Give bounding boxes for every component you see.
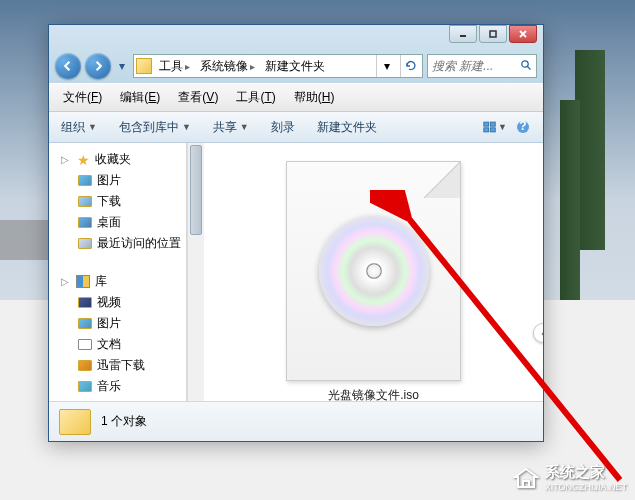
sidebar-item-pictures-lib[interactable]: 图片 (49, 313, 186, 334)
svg-point-4 (522, 60, 528, 66)
back-button[interactable] (55, 53, 81, 79)
sidebar-item-pictures[interactable]: 图片 (49, 170, 186, 191)
sidebar-libraries[interactable]: ▷库 (49, 271, 186, 292)
svg-rect-9 (490, 128, 495, 132)
disc-icon (319, 216, 429, 326)
close-button[interactable] (509, 25, 537, 43)
breadcrumb-item[interactable]: 工具▸ (156, 56, 193, 77)
watermark-url: XITONGZHIJIA.NET (545, 482, 627, 492)
new-folder-button[interactable]: 新建文件夹 (313, 117, 381, 138)
sidebar-item-desktop[interactable]: 桌面 (49, 212, 186, 233)
svg-text:?: ? (519, 120, 526, 133)
svg-rect-6 (484, 122, 489, 126)
iso-file-icon (286, 161, 461, 381)
nav-history-dropdown[interactable]: ▾ (115, 57, 129, 75)
svg-rect-8 (484, 128, 489, 132)
titlebar (55, 31, 537, 53)
preview-pane-toggle[interactable]: ‹ (533, 323, 543, 343)
folder-icon (59, 409, 91, 435)
explorer-window: ▾ 工具▸ 系统镜像▸ 新建文件夹 ▾ 文件(F) 编辑(E) 查看(V) 工具… (48, 24, 544, 442)
sidebar-item-thunder[interactable]: 迅雷下载 (49, 355, 186, 376)
organize-button[interactable]: 组织 ▼ (57, 117, 101, 138)
watermark: 系统之家 XITONGZHIJIA.NET (513, 463, 627, 492)
file-list: 光盘镜像文件.iso ‹ (204, 143, 543, 401)
sidebar-favorites[interactable]: ▷★收藏夹 (49, 149, 186, 170)
toolbar: 组织 ▼ 包含到库中 ▼ 共享 ▼ 刻录 新建文件夹 ▼ ? (49, 112, 543, 143)
share-button[interactable]: 共享 ▼ (209, 117, 253, 138)
svg-line-5 (528, 66, 531, 69)
help-icon[interactable]: ? (511, 116, 535, 138)
status-bar: 1 个对象 (49, 401, 543, 441)
watermark-brand: 系统之家 (545, 463, 627, 482)
forward-button[interactable] (85, 53, 111, 79)
svg-rect-7 (490, 122, 495, 126)
sidebar-item-documents[interactable]: 文档 (49, 334, 186, 355)
folder-icon (136, 58, 152, 74)
breadcrumb-item[interactable]: 新建文件夹 (262, 56, 328, 77)
menu-tools[interactable]: 工具(T) (228, 86, 283, 109)
sidebar-scrollbar[interactable] (187, 143, 204, 401)
menu-edit[interactable]: 编辑(E) (112, 86, 168, 109)
menu-file[interactable]: 文件(F) (55, 86, 110, 109)
breadcrumb-item[interactable]: 系统镜像▸ (197, 56, 258, 77)
include-in-library-button[interactable]: 包含到库中 ▼ (115, 117, 195, 138)
status-text: 1 个对象 (101, 413, 147, 430)
star-icon: ★ (75, 152, 91, 168)
menu-help[interactable]: 帮助(H) (286, 86, 343, 109)
menubar: 文件(F) 编辑(E) 查看(V) 工具(T) 帮助(H) (49, 83, 543, 112)
sidebar-item-downloads[interactable]: 下载 (49, 191, 186, 212)
search-input[interactable] (432, 59, 516, 73)
address-dropdown[interactable]: ▾ (376, 55, 396, 77)
file-item-iso[interactable]: 光盘镜像文件.iso (274, 153, 474, 401)
search-box[interactable] (427, 54, 537, 78)
svg-rect-1 (490, 31, 496, 37)
minimize-button[interactable] (449, 25, 477, 43)
menu-view[interactable]: 查看(V) (170, 86, 226, 109)
view-options-button[interactable]: ▼ (483, 116, 507, 138)
sidebar-item-videos[interactable]: 视频 (49, 292, 186, 313)
sidebar-item-recent[interactable]: 最近访问的位置 (49, 233, 186, 254)
search-icon (520, 59, 532, 74)
watermark-logo-icon (513, 467, 539, 489)
refresh-button[interactable] (400, 55, 420, 77)
address-bar[interactable]: 工具▸ 系统镜像▸ 新建文件夹 ▾ (133, 54, 423, 78)
file-name-label: 光盘镜像文件.iso (328, 387, 419, 401)
burn-button[interactable]: 刻录 (267, 117, 299, 138)
library-icon (75, 274, 91, 290)
sidebar-item-music[interactable]: 音乐 (49, 376, 186, 397)
navigation-pane: ▷★收藏夹 图片 下载 桌面 最近访问的位置 ▷库 视频 图片 文档 迅雷下载 … (49, 143, 187, 401)
maximize-button[interactable] (479, 25, 507, 43)
